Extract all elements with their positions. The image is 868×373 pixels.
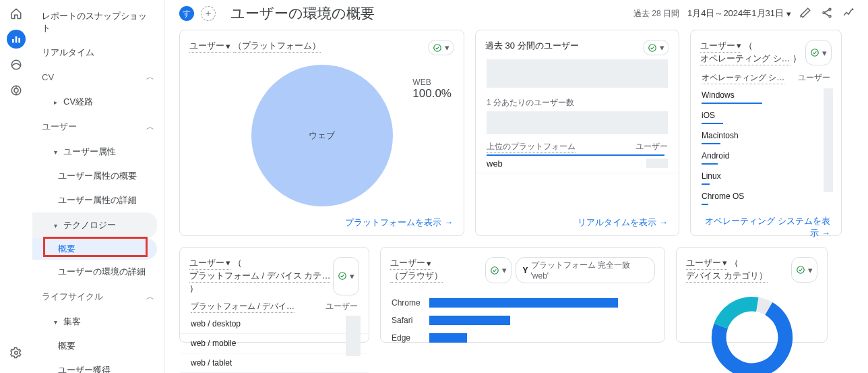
explore-icon[interactable] bbox=[7, 55, 26, 74]
svg-point-19 bbox=[491, 266, 498, 274]
nav-acq-user[interactable]: ユーザー獲得 bbox=[32, 358, 164, 373]
os-row: Android bbox=[691, 148, 841, 168]
add-comparison-button[interactable]: ＋ bbox=[201, 6, 216, 21]
os-col-users: ユーザー bbox=[798, 72, 830, 84]
browser-row-bar bbox=[429, 316, 510, 325]
nav-section-cv[interactable]: CV ︿ bbox=[32, 65, 164, 90]
browser-row-bar bbox=[429, 298, 618, 308]
card-status-button[interactable]: ▾ bbox=[428, 40, 454, 55]
os-row-bar bbox=[702, 204, 708, 205]
nav-acquisition[interactable]: ▾ 集客 bbox=[32, 310, 164, 334]
card-status-button[interactable]: ▾ bbox=[485, 257, 512, 283]
segment-badge-icon[interactable]: す bbox=[179, 6, 194, 21]
nav-user-attr[interactable]: ▾ ユーザー属性 bbox=[32, 140, 164, 164]
nav-acq-overview[interactable]: 概要 bbox=[32, 334, 164, 358]
card-platform-device: ユーザー▾ （ プラットフォーム / デバイス カテ… ） ▾ プラットフォーム… bbox=[179, 247, 369, 343]
advertising-icon[interactable] bbox=[7, 81, 26, 100]
chevron-up-icon: ︿ bbox=[146, 121, 154, 133]
rt-user-count-placeholder bbox=[487, 59, 668, 88]
metric-label: ユーザー bbox=[189, 257, 224, 269]
browser-row: Chrome bbox=[381, 294, 664, 312]
edit-report-icon[interactable] bbox=[799, 7, 813, 20]
share-icon[interactable] bbox=[821, 7, 834, 20]
svg-rect-2 bbox=[18, 38, 20, 42]
paren-close: ） bbox=[189, 283, 198, 293]
paren-open: （ bbox=[233, 258, 242, 268]
metric-users-dropdown[interactable]: ユーザー▾ bbox=[686, 257, 727, 270]
metric-users-dropdown[interactable]: ユーザー▾ bbox=[700, 40, 741, 53]
rt-col-platform[interactable]: 上位のプラットフォーム bbox=[487, 141, 576, 153]
os-col-name[interactable]: オペレーティング シ… bbox=[702, 72, 784, 84]
link-label: リアルタイムを表示 bbox=[578, 217, 656, 227]
date-range-picker[interactable]: 1月4日～2024年1月31日 ▾ bbox=[687, 7, 791, 20]
os-row: iOS bbox=[691, 107, 841, 127]
settings-icon[interactable] bbox=[7, 343, 26, 362]
os-row-label: iOS bbox=[702, 111, 830, 120]
nav-user-attr-detail[interactable]: ユーザー属性の詳細 bbox=[32, 188, 164, 212]
nav-realtime[interactable]: リアルタイム bbox=[32, 40, 164, 65]
svg-rect-0 bbox=[12, 39, 14, 42]
card-realtime-link[interactable]: リアルタイムを表示 → bbox=[476, 210, 679, 235]
dimension-platform[interactable]: （プラットフォーム） bbox=[233, 40, 321, 53]
nav-snapshot[interactable]: レポートのスナップショット bbox=[32, 4, 164, 40]
home-icon[interactable] bbox=[7, 4, 26, 23]
nav-env-detail[interactable]: ユーザーの環境の詳細 bbox=[32, 260, 164, 284]
caret-down-icon: ▾ bbox=[51, 318, 59, 326]
dimension-platform-device[interactable]: プラットフォーム / デバイス カテ… bbox=[189, 270, 330, 283]
pd-row-label: web / mobile bbox=[191, 339, 236, 348]
metric-users-dropdown[interactable]: ユーザー▾ bbox=[390, 257, 431, 270]
dimension-browser[interactable]: （ブラウザ） bbox=[390, 270, 443, 283]
pd-col-name[interactable]: プラットフォーム / デバイ… bbox=[191, 301, 294, 313]
pd-row-label: web / desktop bbox=[191, 319, 241, 328]
nav-tech-overview[interactable]: 概要 bbox=[32, 238, 157, 260]
rt-sparkline-placeholder bbox=[487, 111, 668, 134]
dropdown-icon: ▾ bbox=[660, 42, 664, 53]
card-status-button[interactable]: ▾ bbox=[791, 257, 817, 283]
reports-icon[interactable] bbox=[7, 30, 26, 49]
dropdown-icon: ▾ bbox=[427, 258, 431, 268]
card-device-category: ユーザー▾ （ デバイス カテゴリ） ▾ bbox=[676, 247, 828, 343]
svg-point-11 bbox=[829, 8, 831, 10]
card-platform-link[interactable]: プラットフォームを表示 → bbox=[180, 210, 464, 235]
nav-cv-path[interactable]: ▸ CV経路 bbox=[32, 90, 164, 114]
browser-row-label: Safari bbox=[392, 316, 429, 325]
browser-row-bar bbox=[429, 333, 467, 343]
svg-point-17 bbox=[811, 49, 819, 57]
nav-section-user[interactable]: ユーザー ︿ bbox=[32, 114, 164, 140]
nav-technology[interactable]: ▾ テクノロジー bbox=[32, 217, 157, 234]
svg-point-12 bbox=[823, 12, 825, 14]
arrow-right-icon: → bbox=[444, 217, 453, 227]
nav-technology-group: ▾ テクノロジー bbox=[32, 212, 157, 238]
card-status-button[interactable]: ▾ bbox=[333, 257, 359, 295]
pie-slice-label: ウェブ bbox=[309, 130, 335, 142]
pie-legend: WEB 100.0% bbox=[412, 78, 452, 101]
nav-tech-overview-label: 概要 bbox=[58, 243, 75, 254]
card-status-button[interactable]: ▾ bbox=[805, 40, 832, 65]
card-browser: ユーザー▾ （ブラウザ） ▾ Yプラットフォーム 完全一致 'web' Chro… bbox=[380, 247, 665, 343]
date-range-text: 1月4日～2024年1月31日 bbox=[687, 7, 784, 20]
os-row-label: Macintosh bbox=[702, 131, 830, 140]
metric-users-dropdown[interactable]: ユーザー▾ bbox=[189, 40, 230, 53]
nav-technology-label: テクノロジー bbox=[63, 219, 116, 231]
nav-user-attr-label: ユーザー属性 bbox=[63, 146, 116, 158]
dimension-device-category[interactable]: デバイス カテゴリ） bbox=[686, 270, 768, 283]
nav-section-user-label: ユーザー bbox=[42, 121, 77, 133]
app-icon-bar bbox=[0, 0, 32, 373]
dimension-os[interactable]: オペレーティング シ… bbox=[700, 53, 790, 65]
nav-section-lifecycle[interactable]: ライフサイクル ︿ bbox=[32, 284, 164, 310]
card-status-button[interactable]: ▾ bbox=[643, 40, 669, 55]
filter-chip-platform-web[interactable]: Yプラットフォーム 完全一致 'web' bbox=[516, 257, 655, 283]
pd-row: web / desktop bbox=[180, 314, 369, 334]
paren-close: ） bbox=[793, 53, 801, 63]
metric-users-dropdown[interactable]: ユーザー▾ bbox=[189, 257, 230, 270]
rt-col-users: ユーザー bbox=[636, 141, 668, 153]
card-os-link[interactable]: オペレーティング システムを表示 → bbox=[691, 208, 841, 246]
pd-row: web / tablet bbox=[180, 353, 369, 373]
os-row-label: Windows bbox=[702, 90, 830, 100]
pie-chart: ウェブ bbox=[251, 65, 393, 206]
rt-row-label: web bbox=[487, 159, 503, 169]
rt-heading-1: 過去 30 分間のユーザー bbox=[485, 40, 579, 55]
nav-user-attr-summary[interactable]: ユーザー属性の概要 bbox=[32, 164, 164, 188]
insights-icon[interactable] bbox=[842, 7, 856, 20]
browser-row-label: Edge bbox=[392, 333, 429, 343]
